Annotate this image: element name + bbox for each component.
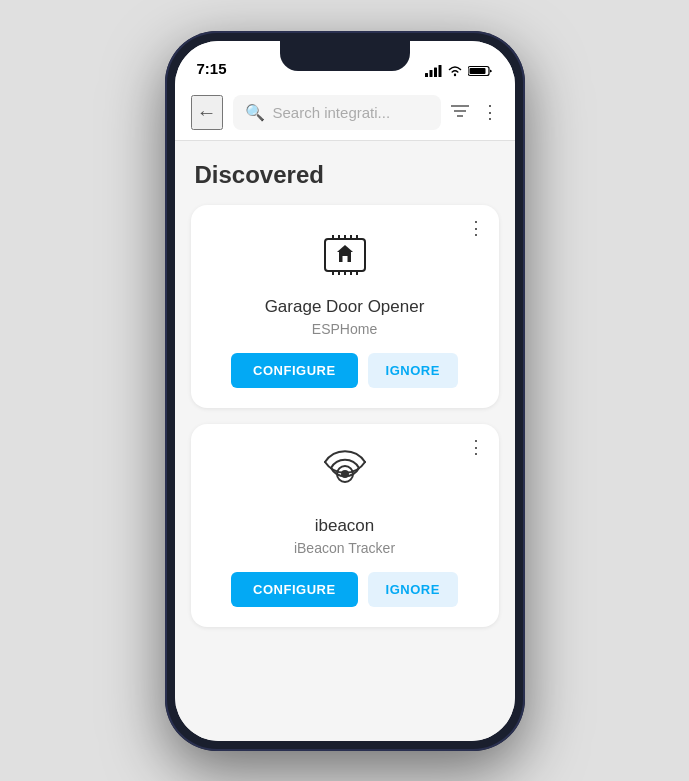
svg-rect-1 [429, 70, 432, 77]
filter-icon[interactable] [451, 102, 469, 123]
status-time: 7:15 [197, 60, 227, 79]
wifi-icon [447, 65, 463, 77]
ibeacon-card-menu[interactable]: ⋮ [467, 438, 485, 456]
ibeacon-icon [315, 444, 375, 504]
garage-icon [315, 225, 375, 285]
back-button[interactable]: ← [191, 95, 223, 130]
app-header: ← 🔍 Search integrati... ⋮ [175, 85, 515, 141]
content-area: Discovered ⋮ [175, 141, 515, 741]
notch [280, 41, 410, 71]
search-bar[interactable]: 🔍 Search integrati... [233, 95, 441, 130]
svg-marker-21 [337, 245, 353, 252]
svg-rect-6 [469, 68, 485, 74]
phone-screen: 7:15 [175, 41, 515, 741]
header-actions: ⋮ [451, 101, 499, 123]
garage-door-name: Garage Door Opener [207, 297, 483, 317]
garage-door-card: ⋮ [191, 205, 499, 408]
ibeacon-card: ⋮ ibeacon iB [191, 424, 499, 627]
garage-door-actions: CONFIGURE IGNORE [207, 353, 483, 388]
battery-icon [468, 65, 493, 77]
svg-rect-3 [438, 65, 441, 77]
svg-rect-0 [425, 73, 428, 77]
garage-card-menu[interactable]: ⋮ [467, 219, 485, 237]
status-icons [425, 65, 493, 79]
ibeacon-configure-button[interactable]: CONFIGURE [231, 572, 358, 607]
garage-configure-button[interactable]: CONFIGURE [231, 353, 358, 388]
section-title: Discovered [191, 161, 499, 189]
svg-rect-2 [434, 67, 437, 77]
ibeacon-subtitle: iBeacon Tracker [207, 540, 483, 556]
signal-icon [425, 65, 442, 77]
svg-rect-23 [342, 256, 347, 262]
garage-ignore-button[interactable]: IGNORE [368, 353, 458, 388]
svg-point-4 [453, 73, 455, 75]
phone-wrapper: 7:15 [165, 31, 525, 751]
ibeacon-actions: CONFIGURE IGNORE [207, 572, 483, 607]
search-placeholder: Search integrati... [273, 104, 391, 121]
garage-door-subtitle: ESPHome [207, 321, 483, 337]
search-icon: 🔍 [245, 103, 265, 122]
ibeacon-name: ibeacon [207, 516, 483, 536]
phone-body: 7:15 [165, 31, 525, 751]
ibeacon-ignore-button[interactable]: IGNORE [368, 572, 458, 607]
more-vertical-icon[interactable]: ⋮ [481, 101, 499, 123]
